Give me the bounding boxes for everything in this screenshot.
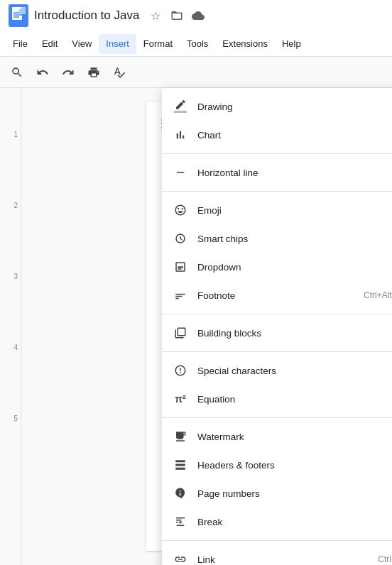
footnote-label: Footnote [197,290,358,301]
link-shortcut: Ctrl+K [378,554,392,564]
page-numbers-label: Page numbers [197,488,391,499]
print-button[interactable] [82,61,105,84]
dropdown-icon [173,260,187,274]
toolbar [0,57,392,88]
content-area: 1 2 3 4 5 ☰ Drawing ▶ Chart [0,88,392,565]
extensions-menu[interactable]: Extensions [215,34,275,54]
page-numbers-icon [173,486,187,500]
link-label: Link [197,554,372,565]
horizontal-line-item[interactable]: Horizontal line [162,158,392,187]
view-menu[interactable]: View [65,34,99,54]
equation-icon: π² [173,392,187,406]
special-characters-item[interactable]: Special characters [162,356,392,385]
horizontal-line-label: Horizontal line [197,168,392,178]
building-blocks-label: Building blocks [197,328,391,339]
chart-item[interactable]: Chart ▶ [162,121,392,149]
format-menu[interactable]: Format [136,34,180,54]
insert-menu[interactable]: Insert [99,34,136,54]
smart-chips-label: Smart chips [197,234,391,244]
ruler-mark-3: 3 [0,273,21,280]
separator-5 [162,417,392,418]
insert-dropdown-menu: Drawing ▶ Chart ▶ Horizontal line [162,88,392,565]
spellcheck-button[interactable] [108,61,131,84]
building-blocks-item[interactable]: Building blocks ▶ [162,319,392,347]
ruler-mark-4: 4 [0,344,21,351]
special-chars-icon [173,363,187,378]
ruler-mark-5: 5 [0,415,21,422]
star-icon[interactable]: ☆ [148,8,163,23]
undo-button[interactable] [31,61,54,84]
dropdown-label: Dropdown [197,262,392,273]
link-item[interactable]: Link Ctrl+K [162,545,392,565]
emoji-label: Emoji [197,205,392,216]
separator-1 [162,153,392,154]
separator-2 [162,191,392,192]
left-ruler: 1 2 3 4 5 [0,88,21,565]
drawing-label: Drawing [197,102,391,112]
emoji-icon [173,203,187,217]
footnote-item[interactable]: Footnote Ctrl+Alt+F [162,281,392,309]
tools-menu[interactable]: Tools [180,34,215,54]
cloud-saved-icon[interactable] [190,8,206,23]
link-icon [173,552,187,565]
break-item[interactable]: Break ▶ [162,508,392,536]
svg-rect-1 [21,7,25,11]
svg-rect-0 [12,7,22,20]
ruler-mark-1: 1 [0,131,21,138]
watermark-icon [173,429,187,444]
headers-footers-item[interactable]: Headers & footers ▶ [162,451,392,479]
emoji-item[interactable]: Emoji [162,196,392,224]
title-icon-group: ☆ [148,8,206,23]
menu-bar: File Edit View Insert Format Tools Exten… [0,31,392,57]
break-icon [173,515,187,529]
break-label: Break [197,517,391,527]
footnote-shortcut: Ctrl+Alt+F [364,290,392,300]
separator-4 [162,351,392,352]
search-button[interactable] [6,61,28,84]
ruler-mark-2: 2 [0,202,21,209]
page-area: ☰ Drawing ▶ Chart ▶ [21,88,392,565]
footnote-icon [173,288,187,302]
separator-3 [162,314,392,314]
edit-menu[interactable]: Edit [35,34,65,54]
building-blocks-icon [173,326,187,340]
chart-label: Chart [197,130,391,141]
app-icon [9,4,28,27]
headers-footers-icon [173,458,187,472]
drawing-icon [173,99,187,114]
page-numbers-item[interactable]: Page numbers ▶ [162,479,392,508]
watermark-item[interactable]: Watermark [162,422,392,451]
folder-move-icon[interactable] [169,8,185,23]
smart-chips-icon [173,231,187,246]
special-characters-label: Special characters [197,366,392,376]
help-menu[interactable]: Help [275,34,308,54]
drawing-item[interactable]: Drawing ▶ [162,92,392,121]
document-title: Introduction to Java [34,9,139,23]
watermark-label: Watermark [197,432,392,442]
horizontal-line-icon [173,165,187,180]
headers-footers-label: Headers & footers [197,460,391,471]
equation-label: Equation [197,394,392,405]
smart-chips-item[interactable]: Smart chips ▶ [162,224,392,253]
redo-button[interactable] [57,61,80,84]
separator-6 [162,540,392,541]
equation-item[interactable]: π² Equation [162,385,392,413]
dropdown-item[interactable]: Dropdown [162,253,392,281]
chart-icon [173,128,187,142]
title-bar: Introduction to Java ☆ [0,0,392,31]
file-menu[interactable]: File [6,34,35,54]
